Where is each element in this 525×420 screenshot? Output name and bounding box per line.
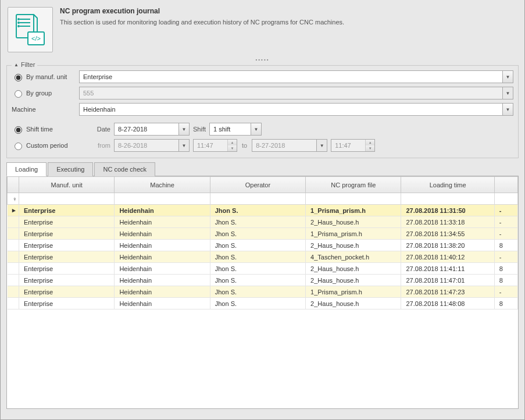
cell-time: 27.08.2018 11:38:20	[401, 240, 494, 251]
svg-text:</>: </>	[31, 35, 41, 42]
cell-machine: Heidenhain	[115, 205, 210, 216]
cell-op: Jhon S.	[210, 263, 305, 275]
chevron-down-icon[interactable]: ▼	[502, 71, 513, 83]
shift-time-radio[interactable]: Shift time	[12, 124, 53, 134]
cell-machine: Heidenhain	[115, 251, 210, 263]
cell-op: Jhon S.	[210, 275, 305, 286]
table-row[interactable]: EnterpriseHeidenhainJhon S.2_Haus_house.…	[8, 240, 518, 251]
cell-time: 27.08.2018 11:41:11	[401, 263, 494, 275]
col-manuf-unit[interactable]: Manuf. unit	[19, 177, 115, 193]
from-time-input: 11:47 ▲▼	[193, 139, 237, 152]
tab-executing[interactable]: Executing	[48, 162, 93, 176]
machine-combo[interactable]: Heidenhain ▼	[79, 103, 513, 116]
cell-ext: -	[494, 205, 517, 216]
by-manuf-radio[interactable]: By manuf. unit	[12, 72, 76, 81]
cell-file: 2_Haus_house.h	[306, 275, 401, 286]
cell-machine: Heidenhain	[115, 275, 210, 286]
chevron-down-icon: ▼	[178, 140, 189, 151]
spinner-icon: ▲▼	[227, 140, 237, 151]
header-panel: </> NC program execution journal This se…	[2, 1, 523, 57]
filter-cell[interactable]	[306, 193, 401, 205]
cell-ext: -	[494, 228, 517, 240]
table-row[interactable]: EnterpriseHeidenhainJhon S.4_Taschen_poc…	[8, 251, 518, 263]
date-picker[interactable]: 8-27-2018 ▼	[114, 123, 190, 136]
page-title: NC program execution journal	[60, 7, 517, 15]
col-loading-time[interactable]: Loading time	[401, 177, 494, 193]
cell-time: 27.08.2018 11:34:55	[401, 228, 494, 240]
cell-op: Jhon S.	[210, 228, 305, 240]
filter-icon[interactable]: ♀	[8, 193, 19, 205]
chevron-down-icon[interactable]: ▼	[502, 104, 513, 115]
manuf-unit-combo[interactable]: Enterprise ▼	[79, 70, 513, 83]
cell-file: 2_Haus_house.h	[306, 263, 401, 275]
cell-op: Jhon S.	[210, 298, 305, 309]
row-indicator	[8, 286, 19, 298]
filter-cell[interactable]	[494, 193, 517, 205]
cell-file: 1_Prisma_prism.h	[306, 286, 401, 298]
cell-time: 27.08.2018 11:33:18	[401, 216, 494, 228]
row-indicator	[8, 275, 19, 286]
table-row[interactable]: EnterpriseHeidenhainJhon S.2_Haus_house.…	[8, 216, 518, 228]
row-indicator	[8, 298, 19, 309]
col-operator[interactable]: Operator	[210, 177, 305, 193]
date-label: Date	[91, 126, 110, 133]
table-row[interactable]: ▸EnterpriseHeidenhainJhon S.1_Prisma_pri…	[8, 205, 518, 216]
col-nc-file[interactable]: NC program file	[306, 177, 401, 193]
cell-machine: Heidenhain	[115, 298, 210, 309]
custom-period-radio[interactable]: Custom period	[12, 141, 68, 150]
cell-machine: Heidenhain	[115, 216, 210, 228]
cell-time: 27.08.2018 11:40:12	[401, 251, 494, 263]
chevron-down-icon[interactable]: ▼	[178, 123, 189, 135]
cell-file: 2_Haus_house.h	[306, 216, 401, 228]
cell-manuf: Enterprise	[19, 275, 115, 286]
tab-loading[interactable]: Loading	[6, 162, 47, 176]
col-extra[interactable]	[494, 177, 517, 193]
row-indicator-header	[8, 177, 19, 193]
filter-cell[interactable]	[210, 193, 305, 205]
col-machine[interactable]: Machine	[115, 177, 210, 193]
table-row[interactable]: EnterpriseHeidenhainJhon S.2_Haus_house.…	[8, 298, 518, 309]
cell-machine: Heidenhain	[115, 228, 210, 240]
splitter-handle[interactable]: •••••	[2, 57, 523, 63]
cell-file: 2_Haus_house.h	[306, 298, 401, 309]
cell-time: 27.08.2018 11:48:08	[401, 298, 494, 309]
shift-combo[interactable]: 1 shift ▼	[209, 123, 262, 136]
group-combo: 555 ▼	[79, 87, 513, 99]
filter-row[interactable]: ♀	[8, 193, 518, 205]
cell-time: 27.08.2018 11:31:50	[401, 205, 494, 216]
chevron-down-icon[interactable]: ▼	[251, 123, 261, 135]
cell-ext: -	[494, 286, 517, 298]
filter-cell[interactable]	[19, 193, 115, 205]
cell-time: 27.08.2018 11:47:01	[401, 275, 494, 286]
tab-nc-code-check[interactable]: NC code check	[94, 162, 155, 176]
collapse-icon[interactable]: ▲	[14, 62, 19, 67]
filter-cell[interactable]	[401, 193, 494, 205]
table-row[interactable]: EnterpriseHeidenhainJhon S.1_Prisma_pris…	[8, 228, 518, 240]
tab-bar: Loading Executing NC code check	[6, 162, 519, 176]
table-row[interactable]: EnterpriseHeidenhainJhon S.1_Prisma_pris…	[8, 286, 518, 298]
table-row[interactable]: EnterpriseHeidenhainJhon S.2_Haus_house.…	[8, 263, 518, 275]
cell-machine: Heidenhain	[115, 286, 210, 298]
cell-machine: Heidenhain	[115, 263, 210, 275]
cell-ext: 8	[494, 275, 517, 286]
cell-file: 2_Haus_house.h	[306, 240, 401, 251]
from-label: from	[91, 142, 110, 149]
row-indicator: ▸	[8, 205, 19, 216]
cell-manuf: Enterprise	[19, 298, 115, 309]
from-date-picker: 8-26-2018 ▼	[114, 139, 190, 152]
row-indicator	[8, 228, 19, 240]
row-indicator	[8, 263, 19, 275]
table-row[interactable]: EnterpriseHeidenhainJhon S.2_Haus_house.…	[8, 275, 518, 286]
cell-manuf: Enterprise	[19, 205, 115, 216]
data-grid[interactable]: Manuf. unit Machine Operator NC program …	[6, 176, 519, 409]
shift-label: Shift	[193, 126, 206, 133]
machine-label: Machine	[12, 106, 76, 113]
row-indicator	[8, 216, 19, 228]
cell-op: Jhon S.	[210, 286, 305, 298]
filter-cell[interactable]	[115, 193, 210, 205]
page-description: This section is used for monitoring load…	[60, 19, 517, 26]
by-group-radio[interactable]: By group	[12, 88, 76, 98]
cell-time: 27.08.2018 11:47:23	[401, 286, 494, 298]
filter-panel: ▲ Filter By manuf. unit Enterprise ▼ By …	[6, 65, 519, 158]
cell-ext: 8	[494, 298, 517, 309]
